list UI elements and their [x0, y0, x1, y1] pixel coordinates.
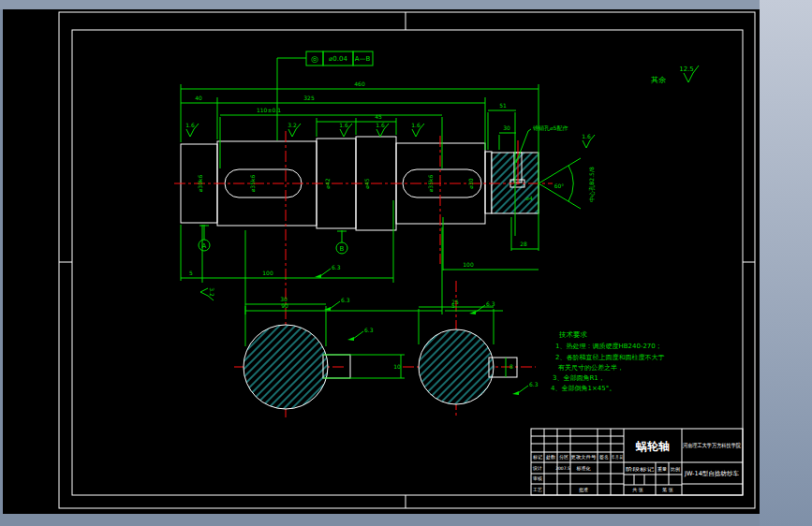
datum-b-label: B: [340, 245, 345, 253]
tb-design-date: 2007.5: [555, 466, 570, 471]
dim-5a: 5: [189, 270, 193, 276]
svg-text:6.3: 6.3: [364, 327, 374, 333]
svg-text:6.3: 6.3: [529, 381, 539, 387]
svg-text:3.2: 3.2: [288, 122, 297, 128]
tb-sheet-total: 共 张: [632, 487, 643, 493]
pin-note: 锥销孔⌀5配作: [532, 124, 568, 132]
notes-line-4: 3、全部圆角R1，: [553, 374, 605, 382]
dim-110: 110±0.1: [257, 107, 281, 113]
notes-line-5: 4、全部倒角1×45°。: [551, 385, 615, 392]
tb-design: 设计: [532, 465, 542, 471]
notes-line-1: 1、热处理：调质硬度HB240-270；: [555, 343, 662, 350]
tb-approve: 批准: [579, 487, 588, 493]
tb-standard: 标准化: [576, 465, 591, 472]
fcf-symbol: ◎: [311, 54, 318, 64]
svg-text:1.6: 1.6: [339, 122, 348, 128]
tb-weight: 重量: [657, 466, 667, 472]
notes-title: 技术要求: [558, 330, 588, 339]
tb-col-sign: 签名: [599, 454, 609, 460]
section-2-key-width: 8: [509, 363, 513, 370]
dia-label-5: ⌀35k6: [427, 175, 434, 193]
section-2-width: 25: [451, 299, 459, 305]
dim-overall: 460: [354, 80, 365, 87]
tb-school: 河南理工大学万方科技学院: [683, 442, 741, 449]
right-strip: [760, 0, 812, 526]
svg-text:1.6: 1.6: [582, 133, 591, 139]
svg-text:6.3: 6.3: [332, 264, 341, 270]
rest-value: 12.5: [679, 66, 694, 73]
dim-325: 325: [303, 95, 315, 101]
dim-30r: 30: [503, 124, 510, 131]
rest-label: 其余: [651, 76, 666, 84]
top-band: [0, 0, 812, 9]
dim-100r: 100: [463, 261, 474, 268]
cad-drawing-canvas[interactable]: ◎ ⌀0.04 A—B 其余 12.5 460 40 325 110±0.1 4…: [0, 0, 812, 526]
tb-col-count: 处数: [546, 454, 555, 460]
dim-100: 100: [262, 270, 273, 276]
svg-text:1.6: 1.6: [411, 122, 421, 128]
tb-process: 工艺: [533, 487, 542, 492]
section-1-width: 30: [280, 296, 288, 302]
dim-90: 90: [281, 302, 288, 309]
tb-scale: 比例: [671, 466, 680, 473]
dia-label-4: ⌀45: [363, 178, 370, 188]
tb-stage: 阶段标记: [626, 466, 654, 473]
fcf-datums: A—B: [355, 55, 371, 63]
notes-line-2: 2、各阶梯直径上圆度和圆柱度不大于: [555, 354, 664, 361]
app-window: ◎ ⌀0.04 A—B 其余 12.5 460 40 325 110±0.1 4…: [0, 0, 812, 526]
svg-text:1.6: 1.6: [376, 122, 385, 128]
svg-text:6.3: 6.3: [341, 297, 350, 303]
slot-dia-label: ⌀4: [525, 195, 533, 201]
tb-sheet-no: 第 张: [662, 487, 673, 493]
model-space[interactable]: [3, 9, 760, 514]
dim-45: 45: [375, 113, 382, 120]
dim-28: 28: [520, 241, 527, 247]
tb-check: 审核: [533, 475, 542, 481]
dia-label-1: ⌀30k6: [197, 175, 203, 193]
tb-col-mark: 标记: [532, 454, 542, 460]
tb-project: JW-14型自捻纺纱车: [684, 470, 740, 477]
svg-text:6.3: 6.3: [486, 300, 495, 307]
notes-line-3: 有关尺寸的公差之半，: [558, 363, 624, 372]
datum-a-label: A: [202, 242, 207, 250]
dia-label-2: ⌀35k6: [249, 175, 256, 193]
dim-40: 40: [195, 95, 202, 101]
svg-text:3.2: 3.2: [209, 287, 215, 297]
section-1-key-width: 10: [393, 363, 401, 370]
tb-col-zone: 分区: [559, 454, 568, 460]
center-hole-label: 中心孔B2.5/8: [588, 167, 596, 202]
dim-51: 51: [499, 102, 507, 109]
svg-text:1.6: 1.6: [185, 122, 195, 128]
dia-label-3: ⌀42: [324, 178, 331, 188]
tb-col-file: 更改文件号: [571, 454, 597, 460]
angle-label: 60°: [554, 183, 565, 189]
fcf-tolerance: ⌀0.04: [329, 55, 347, 63]
dia-label-6: ⌀30: [467, 178, 474, 188]
tb-part-name: 蜗轮轴: [635, 440, 670, 453]
tb-col-date: 年.月.日: [612, 454, 623, 460]
